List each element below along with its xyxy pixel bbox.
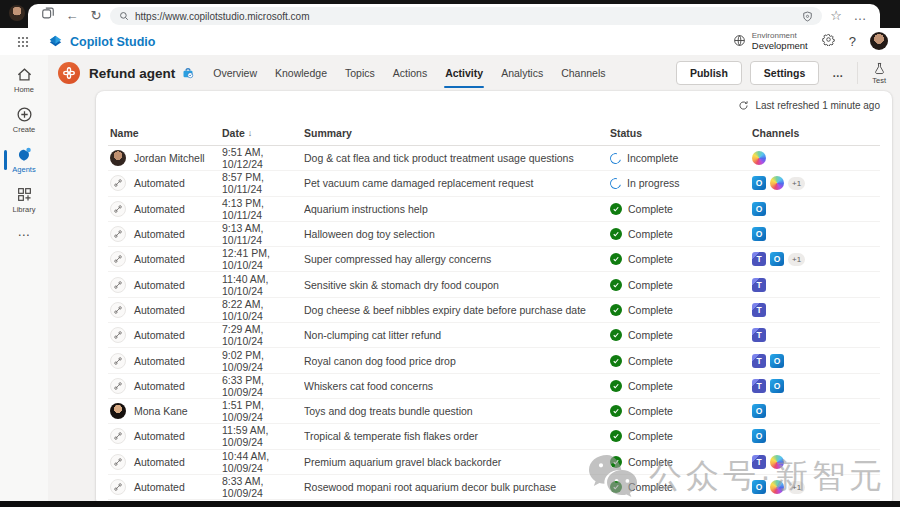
- cell-status: Incomplete: [610, 152, 752, 164]
- table-row[interactable]: Automated 9:13 AM, 10/11/24 Halloween do…: [108, 222, 880, 247]
- cell-channels: TO: [752, 354, 880, 368]
- column-header-channels[interactable]: Channels: [752, 127, 880, 139]
- tab-activity[interactable]: Activity: [436, 55, 492, 91]
- outlook-channel-icon: O: [752, 404, 766, 418]
- cell-date: 9:51 AM, 10/12/24: [222, 146, 304, 170]
- column-header-date[interactable]: Date ↓: [222, 127, 304, 139]
- sidebar-item-create[interactable]: Create: [3, 102, 45, 139]
- status-text: In progress: [627, 177, 680, 189]
- row-name-text: Automated: [134, 177, 185, 189]
- cell-status: In progress: [610, 177, 752, 189]
- extra-channels-badge: +1: [788, 481, 805, 494]
- column-header-status[interactable]: Status: [610, 127, 752, 139]
- site-permissions-icon[interactable]: [802, 11, 813, 22]
- activity-table-card: Last refreshed 1 minute ago Name Date ↓ …: [96, 91, 892, 507]
- tab-overview[interactable]: Overview: [204, 55, 266, 91]
- table-row[interactable]: Automated 9:02 PM, 10/09/24 Royal canon …: [108, 348, 880, 373]
- table-row[interactable]: Automated 6:33 PM, 10/09/24 Whiskers cat…: [108, 374, 880, 399]
- extra-channels-badge: +1: [788, 177, 805, 190]
- status-text: Complete: [628, 203, 673, 215]
- publish-button[interactable]: Publish: [676, 61, 742, 85]
- sidebar-more-icon[interactable]: ⋯: [18, 228, 31, 242]
- tab-topics[interactable]: Topics: [336, 55, 384, 91]
- status-text: Incomplete: [627, 152, 678, 164]
- settings-button[interactable]: Settings: [750, 61, 819, 85]
- cell-date: 10:44 AM, 10/09/24: [222, 450, 304, 474]
- cell-summary: Non-clumping cat litter refund: [304, 329, 610, 341]
- row-name-text: Automated: [134, 279, 185, 291]
- status-complete-icon: [610, 203, 622, 215]
- table-row[interactable]: Automated 8:33 AM, 10/09/24 Rosewood mop…: [108, 475, 880, 500]
- url-text[interactable]: https://www.copilotstudio.microsoft.com: [135, 11, 796, 22]
- test-button[interactable]: Test: [866, 62, 892, 85]
- row-name-text: Automated: [134, 228, 185, 240]
- product-home-link[interactable]: Copilot Studio: [48, 34, 155, 50]
- cell-name: Automated: [108, 175, 222, 191]
- cell-channels: O: [752, 429, 880, 443]
- cell-summary: Premium aquarium gravel black backorder: [304, 456, 610, 468]
- table-row[interactable]: Automated 12:41 PM, 10/10/24 Super compr…: [108, 247, 880, 272]
- teams-channel-icon: T: [752, 278, 766, 292]
- table-row[interactable]: Automated 10:44 AM, 10/09/24 Premium aqu…: [108, 450, 880, 475]
- column-header-name[interactable]: Name: [108, 127, 222, 139]
- cell-name: Automated: [108, 327, 222, 343]
- favorites-star-icon[interactable]: ☆: [826, 6, 846, 26]
- agent-actions: Publish Settings … Test: [676, 61, 892, 85]
- active-indicator: [4, 150, 7, 170]
- sidebar-item-library[interactable]: Library: [3, 182, 45, 219]
- status-text: Complete: [628, 304, 673, 316]
- teams-channel-icon: T: [752, 252, 766, 266]
- help-icon[interactable]: ?: [849, 34, 856, 49]
- settings-gear-icon[interactable]: [822, 33, 835, 49]
- table-row[interactable]: Automated 8:22 AM, 10/10/24 Dog cheese &…: [108, 298, 880, 323]
- sidebar-item-home[interactable]: Home: [3, 62, 45, 99]
- cell-date: 4:13 PM, 10/11/24: [222, 197, 304, 221]
- status-text: Complete: [628, 279, 673, 291]
- refresh-status-icon[interactable]: [738, 100, 749, 111]
- table-row[interactable]: Automated 11:40 AM, 10/10/24 Sensitive s…: [108, 272, 880, 297]
- status-in-progress-icon: [608, 176, 623, 191]
- tab-channels[interactable]: Channels: [552, 55, 614, 91]
- refresh-icon[interactable]: ↻: [86, 6, 106, 26]
- browser-profile-avatar[interactable]: [9, 5, 25, 21]
- table-row[interactable]: Automated 7:29 AM, 10/10/24 Non-clumping…: [108, 323, 880, 348]
- page-title: Refund agent: [89, 66, 175, 81]
- divider: [857, 62, 858, 84]
- cell-status: Complete: [610, 380, 752, 392]
- table-row[interactable]: Automated 4:13 PM, 10/11/24 Aquarium ins…: [108, 197, 880, 222]
- outlook-channel-icon: O: [752, 202, 766, 216]
- table-row[interactable]: Automated 8:57 PM, 10/11/24 Pet vacuum c…: [108, 171, 880, 196]
- cell-name: Automated: [108, 226, 222, 242]
- sidebar-item-agents[interactable]: Agents: [3, 142, 45, 179]
- tab-analytics[interactable]: Analytics: [492, 55, 552, 91]
- tab-actions[interactable]: Actions: [384, 55, 436, 91]
- tab-groups-icon[interactable]: [38, 6, 58, 26]
- table-row[interactable]: Jordan Mitchell 9:51 AM, 10/12/24 Dog & …: [108, 146, 880, 171]
- automated-icon: [110, 175, 126, 191]
- last-refreshed-text: Last refreshed 1 minute ago: [755, 100, 880, 111]
- status-complete-icon: [610, 355, 622, 367]
- cell-channels: T: [752, 455, 880, 469]
- agent-more-icon[interactable]: …: [827, 67, 849, 79]
- row-name-text: Automated: [134, 203, 185, 215]
- status-complete-icon: [610, 380, 622, 392]
- tab-knowledge[interactable]: Knowledge: [266, 55, 336, 91]
- account-avatar[interactable]: [870, 32, 888, 50]
- status-complete-icon: [610, 481, 622, 493]
- outlook-channel-icon: O: [770, 252, 784, 266]
- address-bar[interactable]: https://www.copilotstudio.microsoft.com: [110, 7, 822, 25]
- cell-name: Automated: [108, 353, 222, 369]
- table-row[interactable]: Mona Kane 1:51 PM, 10/09/24 Toys and dog…: [108, 399, 880, 424]
- row-name-text: Automated: [134, 380, 185, 392]
- cell-name: Automated: [108, 302, 222, 318]
- sidebar-item-label: Library: [13, 205, 36, 214]
- cell-status: Complete: [610, 405, 752, 417]
- environment-picker[interactable]: Environment Development: [733, 32, 808, 51]
- waffle-menu-icon[interactable]: [12, 31, 34, 53]
- back-icon[interactable]: ←: [62, 6, 82, 26]
- browser-more-icon[interactable]: …: [850, 6, 870, 26]
- row-name-text: Automated: [134, 456, 185, 468]
- left-nav-rail: Home Create Agents Library ⋯: [0, 55, 48, 501]
- table-row[interactable]: Automated 11:59 AM, 10/09/24 Tropical & …: [108, 424, 880, 449]
- column-header-summary[interactable]: Summary: [304, 127, 610, 139]
